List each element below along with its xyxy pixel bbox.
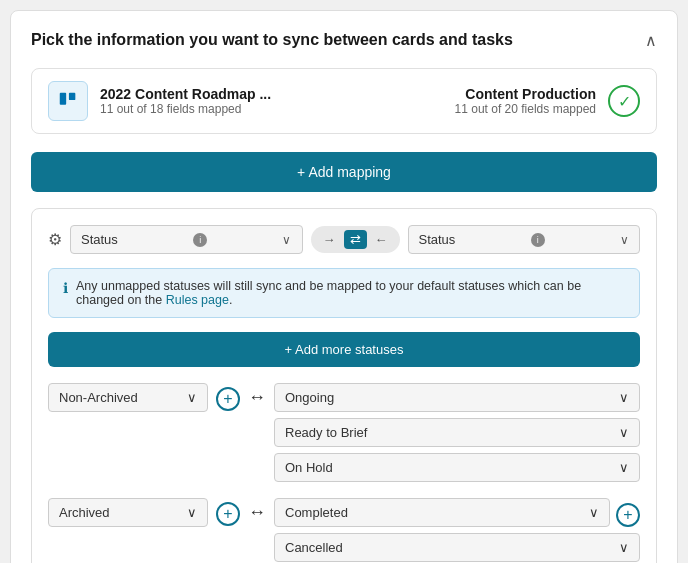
svg-rect-1 (69, 93, 75, 100)
left-board-info: 2022 Content Roadmap ... 11 out of 18 fi… (100, 86, 271, 116)
right-status-onhold[interactable]: On Hold ∨ (274, 453, 640, 482)
info-banner: ℹ Any unmapped statuses will still sync … (48, 268, 640, 318)
right-plus-2[interactable]: + (616, 503, 640, 527)
arrow-left-btn[interactable]: ← (371, 230, 392, 249)
info-icon: ℹ (63, 280, 68, 296)
sync-right: Content Production 11 out of 20 fields m… (455, 85, 640, 117)
right-status-row-cancelled: Cancelled ∨ (274, 533, 640, 562)
right-field-info-icon[interactable]: i (531, 233, 545, 247)
right-status-row-ongoing: Ongoing ∨ (274, 383, 640, 412)
cancelled-chevron: ∨ (619, 540, 629, 555)
mapping-header-row: ⚙ Status i ∨ → ⇄ ← Status i ∨ (48, 225, 640, 254)
left-plus-1[interactable]: + (216, 387, 240, 411)
completed-chevron: ∨ (589, 505, 599, 520)
left-board-title: 2022 Content Roadmap ... (100, 86, 271, 102)
left-status-1-chevron: ∨ (187, 390, 197, 405)
right-status-row-readytobrief: Ready to Brief ∨ (274, 418, 640, 447)
left-status-1[interactable]: Non-Archived ∨ (48, 383, 208, 412)
svg-rect-0 (60, 93, 66, 105)
sync-left: 2022 Content Roadmap ... 11 out of 18 fi… (48, 81, 271, 121)
left-field-info-icon[interactable]: i (193, 233, 207, 247)
right-status-cancelled[interactable]: Cancelled ∨ (274, 533, 640, 562)
board-icon (48, 81, 88, 121)
left-plus-2[interactable]: + (216, 502, 240, 526)
main-card: Pick the information you want to sync be… (10, 10, 678, 563)
right-board-info: Content Production 11 out of 20 fields m… (455, 86, 596, 116)
left-field-label: Status (81, 232, 118, 247)
right-board-fields: 11 out of 20 fields mapped (455, 102, 596, 116)
check-icon: ✓ (618, 92, 631, 111)
right-status-row-onhold: On Hold ∨ (274, 453, 640, 482)
left-field-select[interactable]: Status i ∨ (70, 225, 303, 254)
left-field-chevron: ∨ (282, 233, 291, 247)
status-mapping-row-1: Non-Archived ∨ + ↔ Ongoing ∨ Ready to Br… (48, 383, 640, 482)
status-group-1: Non-Archived ∨ + ↔ Ongoing ∨ Ready to Br… (48, 383, 640, 482)
right-field-chevron: ∨ (620, 233, 629, 247)
onhold-chevron: ∨ (619, 460, 629, 475)
add-mapping-button[interactable]: + Add mapping (31, 152, 657, 192)
left-status-2-chevron: ∨ (187, 505, 197, 520)
rules-page-link[interactable]: Rules page (166, 293, 229, 307)
right-status-row-completed: Completed ∨ + (274, 498, 640, 527)
right-status-ongoing[interactable]: Ongoing ∨ (274, 383, 640, 412)
right-status-list-2: Completed ∨ + Cancelled ∨ (274, 498, 640, 562)
right-status-completed[interactable]: Completed ∨ (274, 498, 610, 527)
left-board-fields: 11 out of 18 fields mapped (100, 102, 271, 116)
page-title: Pick the information you want to sync be… (31, 31, 635, 49)
arrow-both-2: ↔ (248, 502, 266, 523)
arrow-both-1: ↔ (248, 387, 266, 408)
right-status-readytobrief[interactable]: Ready to Brief ∨ (274, 418, 640, 447)
mapping-section: ⚙ Status i ∨ → ⇄ ← Status i ∨ ℹ Any unma… (31, 208, 657, 563)
arrow-right-btn[interactable]: → (319, 230, 340, 249)
arrow-sync-btn[interactable]: ⇄ (344, 230, 367, 249)
right-field-label: Status (419, 232, 456, 247)
sync-row: 2022 Content Roadmap ... 11 out of 18 fi… (31, 68, 657, 134)
ongoing-chevron: ∨ (619, 390, 629, 405)
right-field-select[interactable]: Status i ∨ (408, 225, 641, 254)
left-status-2[interactable]: Archived ∨ (48, 498, 208, 527)
gear-icon[interactable]: ⚙ (48, 230, 62, 249)
right-status-list-1: Ongoing ∨ Ready to Brief ∨ On Hold (274, 383, 640, 482)
readytobrief-chevron: ∨ (619, 425, 629, 440)
status-group-2: Archived ∨ + ↔ Completed ∨ + C (48, 498, 640, 562)
direction-controls: → ⇄ ← (311, 226, 400, 253)
header-section: Pick the information you want to sync be… (31, 31, 657, 50)
add-statuses-button[interactable]: + Add more statuses (48, 332, 640, 367)
info-text: Any unmapped statuses will still sync an… (76, 279, 625, 307)
trello-icon (57, 90, 79, 112)
collapse-icon[interactable]: ∧ (645, 31, 657, 50)
check-circle: ✓ (608, 85, 640, 117)
right-board-title: Content Production (455, 86, 596, 102)
status-mapping-row-2: Archived ∨ + ↔ Completed ∨ + C (48, 498, 640, 562)
